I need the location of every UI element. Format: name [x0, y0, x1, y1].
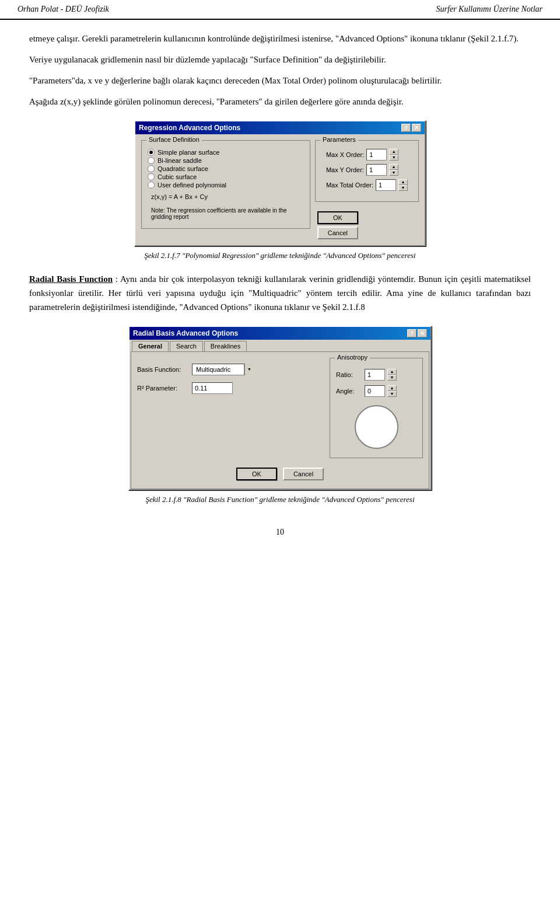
radio-cubic[interactable]: Cubic surface — [148, 173, 304, 180]
max-y-down[interactable]: ▼ — [389, 170, 398, 176]
note-text: Note: The regression coefficients are av… — [151, 207, 287, 220]
ratio-input[interactable] — [365, 369, 385, 381]
max-x-label: Max X Order: — [326, 151, 364, 158]
max-t-label: Max Total Order: — [326, 182, 373, 189]
ratio-down[interactable]: ▼ — [387, 375, 397, 381]
radial-title: Radial Basis Advanced Options — [133, 329, 238, 337]
surface-definition-group: Surface Definition Simple planar surface… — [141, 140, 310, 229]
page-number: 10 — [29, 516, 531, 543]
radio-user[interactable]: User defined polynomial — [148, 182, 304, 189]
tab-content: Basis Function: Multiquadric ▼ R² Parame… — [131, 351, 429, 489]
rbf-title: Radial Basis Function — [29, 274, 113, 284]
figure-2: Radial Basis Advanced Options ? ✕ Genera… — [29, 326, 531, 504]
page-header: Orhan Polat - DEÜ Jeofizik Surfer Kullan… — [0, 0, 560, 20]
regression-ok-button[interactable]: OK — [317, 211, 358, 224]
max-y-label: Max Y Order: — [326, 166, 364, 173]
max-t-spinner: ▲ ▼ — [398, 179, 408, 191]
max-t-down[interactable]: ▼ — [398, 185, 408, 191]
params-section: Max X Order: ▲ ▼ Max Y Order: — [321, 145, 412, 196]
params-group-label: Parameters — [320, 136, 358, 143]
angle-input[interactable] — [365, 385, 385, 397]
radial-help-button[interactable]: ? — [407, 329, 416, 337]
max-y-up[interactable]: ▲ — [389, 164, 398, 170]
max-y-input[interactable] — [366, 164, 387, 176]
regression-dialog: Regression Advanced Options ? ✕ Surface … — [134, 120, 426, 246]
radio-cubic-circle[interactable] — [148, 173, 155, 180]
r2-row: R² Parameter: — [137, 382, 318, 394]
note-box: Note: The regression coefficients are av… — [148, 205, 304, 222]
param-max-y: Max Y Order: ▲ ▼ — [326, 164, 408, 176]
header-right: Surfer Kullanımı Üzerine Notlar — [436, 5, 542, 14]
regression-body: Surface Definition Simple planar surface… — [135, 134, 425, 245]
max-y-spinner: ▲ ▼ — [389, 164, 398, 176]
tab-bar: General Search Breaklines — [130, 340, 430, 351]
paragraph-3: "Parameters"da, x ve y değerlerine bağlı… — [29, 74, 531, 88]
radio-bilinear-label: Bi-linear saddle — [158, 157, 202, 164]
paragraph-1: etmeye çalışır. Gerekli parametrelerin k… — [29, 32, 531, 46]
radio-simple-circle[interactable] — [148, 149, 155, 156]
max-x-spinner: ▲ ▼ — [389, 149, 398, 161]
formula-box: z(x,y) = A + Bx + Cy — [148, 191, 304, 203]
radial-dialog: Radial Basis Advanced Options ? ✕ Genera… — [128, 326, 432, 490]
param-max-x: Max X Order: ▲ ▼ — [326, 149, 408, 161]
max-x-up[interactable]: ▲ — [389, 149, 398, 155]
titlebar-buttons: ? ✕ — [401, 124, 421, 132]
help-button[interactable]: ? — [401, 124, 411, 132]
r2-input[interactable] — [192, 382, 233, 394]
radio-quadratic[interactable]: Quadratic surface — [148, 165, 304, 172]
angle-down[interactable]: ▼ — [387, 391, 397, 397]
surface-group-label: Surface Definition — [146, 136, 202, 143]
paragraph-2: Veriye uygulanacak gridlemenin nasıl bir… — [29, 53, 531, 67]
angle-label: Angle: — [336, 388, 362, 395]
tab-search[interactable]: Search — [170, 341, 203, 351]
radial-titlebar: Radial Basis Advanced Options ? ✕ — [130, 327, 430, 340]
anisotropy-circle — [355, 405, 398, 449]
basis-function-row: Basis Function: Multiquadric ▼ — [137, 364, 318, 375]
radio-bilinear[interactable]: Bi-linear saddle — [148, 157, 304, 164]
basis-value: Multiquadric — [192, 364, 244, 375]
max-x-input[interactable] — [366, 149, 387, 161]
radio-simple[interactable]: Simple planar surface — [148, 149, 304, 156]
angle-row: Angle: ▲ ▼ — [336, 385, 416, 397]
radial-cancel-button[interactable]: Cancel — [283, 468, 324, 480]
parameters-group: Parameters Max X Order: ▲ ▼ — [315, 140, 419, 202]
ratio-spinner: ▲ ▼ — [387, 369, 397, 381]
radio-quadratic-circle[interactable] — [148, 165, 155, 172]
figure-2-caption: Şekil 2.1.f.8 "Radial Basis Function" gr… — [145, 495, 414, 504]
tab-general[interactable]: General — [132, 341, 169, 351]
radio-user-circle[interactable] — [148, 182, 155, 189]
basis-dropdown-arrow[interactable]: ▼ — [244, 364, 254, 375]
tab-breaklines[interactable]: Breaklines — [204, 341, 247, 351]
figure-1-caption: Şekil 2.1.f.7 "Polynomial Regression" gr… — [144, 251, 415, 260]
radial-titlebar-buttons: ? ✕ — [407, 329, 427, 337]
max-t-up[interactable]: ▲ — [398, 179, 408, 185]
radio-simple-label: Simple planar surface — [158, 149, 219, 156]
r2-label: R² Parameter: — [137, 385, 190, 392]
anisotropy-label: Anisotropy — [335, 354, 370, 361]
radio-user-label: User defined polynomial — [158, 182, 226, 189]
ratio-row: Ratio: ▲ ▼ — [336, 369, 416, 381]
figure-1: Regression Advanced Options ? ✕ Surface … — [29, 120, 531, 260]
paragraph-4: Aşağıda z(x,y) şeklinde görülen polinomu… — [29, 95, 531, 109]
radial-close-button[interactable]: ✕ — [418, 329, 427, 337]
radial-ok-button[interactable]: OK — [236, 468, 277, 480]
regression-titlebar: Regression Advanced Options ? ✕ — [135, 121, 425, 134]
ratio-up[interactable]: ▲ — [387, 369, 397, 375]
page-content: etmeye çalışır. Gerekli parametrelerin k… — [0, 20, 560, 560]
angle-spinner: ▲ ▼ — [387, 385, 397, 397]
anisotropy-group: Anisotropy Ratio: ▲ ▼ — [330, 358, 423, 458]
max-x-down[interactable]: ▼ — [389, 155, 398, 161]
close-button[interactable]: ✕ — [412, 124, 421, 132]
radial-buttons-row: OK Cancel — [137, 463, 423, 483]
param-max-t: Max Total Order: ▲ ▼ — [326, 179, 408, 191]
radio-bilinear-circle[interactable] — [148, 157, 155, 164]
radio-quadratic-label: Quadratic surface — [158, 165, 208, 172]
max-t-input[interactable] — [376, 179, 396, 191]
regression-cancel-button[interactable]: Cancel — [317, 226, 358, 239]
ratio-label: Ratio: — [336, 371, 362, 378]
paragraph-5: Radial Basis Function : Aynı anda bir ço… — [29, 272, 531, 314]
angle-up[interactable]: ▲ — [387, 385, 397, 391]
radio-cubic-label: Cubic surface — [158, 173, 197, 180]
basis-label: Basis Function: — [137, 366, 190, 373]
header-left: Orhan Polat - DEÜ Jeofizik — [18, 5, 109, 14]
